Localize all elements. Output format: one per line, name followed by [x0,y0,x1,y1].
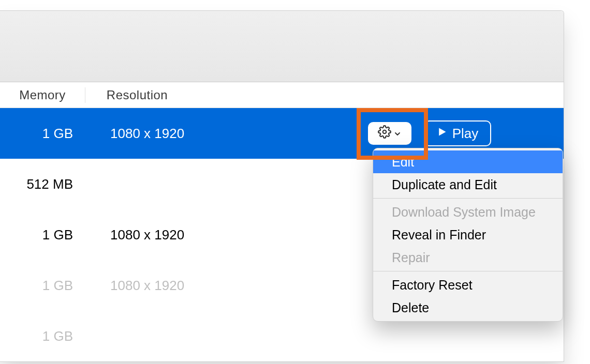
menu-group: Edit Duplicate and Edit [373,148,563,198]
settings-dropdown-menu: Edit Duplicate and Edit Download System … [373,148,563,322]
cell-resolution: 1080 x 1920 [85,227,210,243]
menu-group: Download System Image Reveal in Finder R… [373,199,563,271]
table-header-row: Memory Resolution [0,82,564,108]
cell-resolution: 1080 x 1920 [85,278,210,294]
column-header-memory[interactable]: Memory [0,87,85,103]
play-button-label: Play [452,126,479,142]
row-actions: Play [368,120,491,146]
menu-group: Factory Reset Delete [373,271,563,321]
menu-item-reveal-in-finder[interactable]: Reveal in Finder [373,223,563,246]
settings-dropdown-button[interactable] [368,122,411,145]
menu-item-factory-reset[interactable]: Factory Reset [373,274,563,296]
play-button[interactable]: Play [424,120,491,146]
toolbar [0,11,564,82]
svg-point-0 [383,130,387,133]
chevron-down-icon [393,126,402,142]
menu-item-duplicate-and-edit[interactable]: Duplicate and Edit [373,173,563,196]
cell-memory: 1 GB [0,227,85,243]
cell-memory: 512 MB [0,176,85,192]
cell-memory: 1 GB [0,126,85,142]
column-header-resolution[interactable]: Resolution [85,88,189,102]
menu-item-delete[interactable]: Delete [373,296,563,319]
play-icon [437,126,447,142]
menu-item-download-system-image: Download System Image [373,201,563,223]
menu-item-repair: Repair [373,246,563,269]
menu-item-edit[interactable]: Edit [373,150,563,173]
cell-memory: 1 GB [0,328,85,344]
cell-memory: 1 GB [0,278,85,294]
gear-icon [378,125,391,142]
svg-marker-1 [439,128,446,135]
cell-resolution: 1080 x 1920 [85,126,210,142]
